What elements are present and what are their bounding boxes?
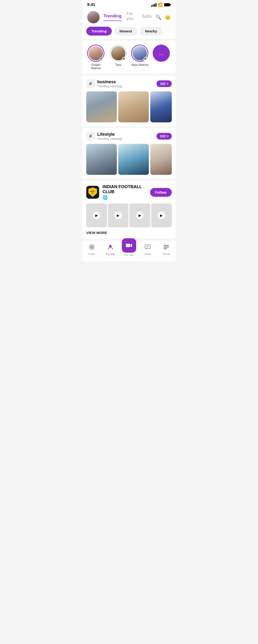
media-thumbnail[interactable] (86, 91, 117, 122)
nav-feeds[interactable]: Feeds (157, 244, 176, 256)
club-logo: WINDYcity (86, 186, 99, 199)
nav-for-you[interactable]: For You (101, 244, 120, 256)
svg-rect-1 (164, 4, 170, 6)
hashtag-subtitle: Trending Hashtag (97, 84, 122, 88)
story-more[interactable]: ... (153, 44, 170, 62)
svg-rect-12 (164, 245, 169, 246)
story-ring (131, 44, 148, 62)
hashtag-info: Lifestyle Trending Hashtag (97, 132, 122, 140)
nav-public[interactable]: Public (82, 244, 101, 256)
online-indicator (122, 57, 125, 60)
hashtag-header: # Lifestyle Trending Hashtag 102 > (86, 132, 172, 140)
play-button[interactable]: ▶ (114, 212, 122, 219)
club-video-thumb[interactable]: ▶ (151, 204, 172, 227)
search-icon[interactable]: 🔍 (156, 14, 162, 20)
hashtag-info: business Trending Hashtag (97, 80, 122, 88)
svg-rect-7 (126, 244, 130, 247)
story-item[interactable]: Tanu (110, 44, 127, 66)
hashtag-title: Lifestyle (97, 132, 122, 137)
hashtag-card-lifestyle: # Lifestyle Trending Hashtag 102 > (82, 128, 176, 179)
hashtag-left: # business Trending Hashtag (86, 80, 122, 88)
hashtag-count-badge[interactable]: 102 > (157, 133, 172, 140)
battery-icon (164, 3, 171, 6)
nav-feeds-label: Feeds (163, 252, 170, 256)
online-indicator (100, 57, 103, 60)
club-name: INDIAN FOOTBALL CLUB (102, 184, 147, 194)
filter-trending[interactable]: Trending (86, 27, 112, 36)
media-thumbnail[interactable] (86, 144, 117, 175)
club-video-thumb[interactable]: ▶ (108, 204, 129, 227)
svg-point-3 (91, 246, 93, 248)
go-live-button[interactable] (122, 238, 136, 252)
story-item[interactable]: Gunjan Sharma (86, 44, 105, 70)
hashtag-left: # Lifestyle Trending Hashtag (86, 132, 122, 140)
media-thumbnail[interactable] (118, 91, 149, 122)
hash-icon: # (86, 132, 95, 140)
online-indicator (144, 57, 147, 60)
nav-chats[interactable]: Chats (138, 244, 157, 256)
club-video-thumb[interactable]: ▶ (86, 204, 107, 227)
club-shield: WINDYcity (88, 188, 97, 197)
count-value: 102 (160, 134, 165, 138)
hashtag-card-business: # business Trending Hashtag 102 > (82, 76, 176, 126)
nav-for-you-label: For You (106, 252, 115, 256)
story-ring (110, 44, 127, 62)
filter-nearby[interactable]: Nearby (140, 27, 163, 36)
story-name: Aliya Sharma (131, 63, 148, 66)
media-thumbnail[interactable] (118, 144, 149, 175)
follow-button[interactable]: Follow (150, 188, 172, 197)
story-name: Tanu (115, 63, 121, 66)
more-stories-button[interactable]: ... (153, 44, 170, 62)
globe-icon: 🌐 (102, 195, 147, 200)
nav-public-label: Public (88, 252, 95, 256)
media-thumbnail[interactable] (150, 91, 172, 122)
play-button[interactable]: ▶ (93, 212, 100, 219)
view-more-button[interactable]: VIEW MORE (86, 231, 172, 235)
crown-icon[interactable]: 👑 (165, 14, 171, 20)
chat-icon (145, 244, 151, 252)
hashtag-title: business (97, 80, 122, 84)
nav-chats-label: Chats (144, 252, 151, 256)
tab-for-you[interactable]: For you (126, 11, 137, 23)
hashtag-media-grid (86, 91, 172, 122)
club-header: WINDYcity INDIAN FOOTBALL CLUB 🌐 Follow (86, 184, 172, 200)
play-button[interactable]: ▶ (136, 212, 144, 219)
status-time: 9:41 (87, 2, 95, 7)
tab-trending[interactable]: Trending (103, 14, 121, 21)
story-item[interactable]: Aliya Sharma (131, 44, 148, 66)
hash-icon: # (86, 80, 95, 88)
media-thumbnail[interactable] (150, 144, 172, 175)
header-icons: 🔍 👑 (156, 14, 171, 20)
hashtag-header: # business Trending Hashtag 102 > (86, 80, 172, 88)
svg-rect-13 (164, 247, 169, 248)
nav-go-live[interactable]: Go Live (120, 243, 138, 256)
person-icon (107, 244, 113, 252)
club-media-grid: ▶ ▶ ▶ ▶ (86, 204, 172, 227)
chevron-right-icon: > (167, 82, 168, 86)
count-value: 102 (160, 82, 165, 86)
header: Trending For you Subs 🔍 👑 (82, 8, 176, 23)
tab-subs[interactable]: Subs (142, 14, 152, 21)
status-bar: 9:41 📶 (82, 0, 176, 8)
feeds-icon (163, 244, 169, 252)
hashtag-media-grid (86, 144, 172, 175)
club-info: INDIAN FOOTBALL CLUB 🌐 (102, 184, 147, 200)
play-button[interactable]: ▶ (158, 212, 165, 219)
svg-marker-8 (131, 244, 132, 247)
club-video-thumb[interactable]: ▶ (130, 204, 150, 227)
wifi-icon: 📶 (158, 2, 163, 7)
hashtag-count-badge[interactable]: 102 > (157, 80, 172, 87)
stories-row: Gunjan Sharma Tanu Aliya Sharma ... (82, 41, 176, 74)
filter-bar: Trending Newest Nearby (82, 23, 176, 39)
hashtag-subtitle: Trending Hashtag (97, 137, 122, 140)
story-ring (87, 44, 104, 62)
svg-rect-9 (145, 245, 150, 248)
avatar[interactable] (87, 11, 100, 23)
chevron-right-icon: > (167, 134, 168, 138)
svg-rect-2 (170, 4, 171, 6)
nav-tabs: Trending For you Subs (103, 11, 152, 23)
filter-newest[interactable]: Newest (114, 27, 137, 36)
nav-go-live-label: Go Live (124, 254, 134, 256)
club-card: WINDYcity INDIAN FOOTBALL CLUB 🌐 Follow … (82, 180, 176, 238)
bottom-nav: Public For You Go Live Cha (82, 240, 176, 261)
